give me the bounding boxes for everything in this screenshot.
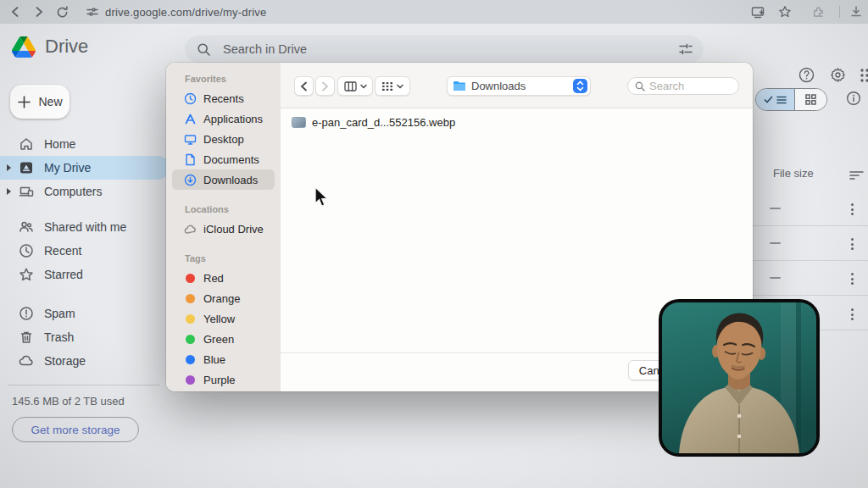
dialog-tag-blue[interactable]: Blue bbox=[172, 349, 275, 369]
trash-icon bbox=[19, 330, 34, 345]
sidebar-item-label: Shared with me bbox=[44, 220, 126, 234]
locations-section-label: Locations bbox=[166, 203, 281, 215]
row-menu-icon[interactable] bbox=[851, 238, 854, 250]
dialog-item-label: iCloud Drive bbox=[203, 223, 264, 236]
dialog-item-desktop[interactable]: Desktop bbox=[172, 129, 275, 149]
dialog-item-documents[interactable]: Documents bbox=[172, 149, 275, 169]
get-more-storage-button[interactable]: Get more storage bbox=[12, 417, 139, 442]
sidebar-item-label: Storage bbox=[44, 354, 86, 368]
dialog-tag-purple[interactable]: Purple bbox=[172, 369, 275, 390]
desktop-icon bbox=[183, 132, 197, 146]
dialog-tag-green[interactable]: Green bbox=[172, 329, 275, 349]
sidebar-item-starred[interactable]: Starred bbox=[0, 263, 170, 286]
row-divider bbox=[753, 225, 868, 226]
file-size-value bbox=[770, 277, 781, 279]
dialog-item-downloads[interactable]: Downloads bbox=[172, 169, 275, 190]
row-menu-icon[interactable] bbox=[851, 203, 854, 215]
webcam-video-overlay bbox=[659, 299, 820, 457]
sidebar-item-label: Computers bbox=[44, 185, 102, 198]
dialog-item-icloud-drive[interactable]: iCloud Drive bbox=[172, 219, 275, 239]
dialog-search-field[interactable] bbox=[627, 77, 739, 95]
drive-sidebar: New Home My Drive Compute bbox=[0, 75, 170, 488]
sidebar-item-label: My Drive bbox=[44, 161, 91, 175]
location-dropdown[interactable]: Downloads bbox=[447, 76, 591, 96]
extensions-icon[interactable] bbox=[812, 6, 825, 19]
tags-section-label: Tags bbox=[166, 252, 281, 264]
sidebar-item-spam[interactable]: Spam bbox=[0, 302, 170, 325]
dialog-forward-button[interactable] bbox=[315, 76, 335, 96]
dialog-item-applications[interactable]: Applications bbox=[172, 108, 275, 129]
downloads-icon[interactable] bbox=[849, 5, 863, 19]
settings-gear-icon[interactable] bbox=[830, 67, 846, 86]
save-to-device-icon[interactable] bbox=[751, 6, 766, 19]
dialog-item-recents[interactable]: Recents bbox=[172, 88, 275, 108]
storage-usage-text: 145.6 MB of 2 TB used bbox=[12, 395, 170, 408]
get-more-storage-label: Get more storage bbox=[31, 424, 120, 436]
dialog-search-input[interactable] bbox=[649, 80, 726, 92]
nav-group-main: Home My Drive Computers bbox=[0, 132, 170, 203]
group-view-button[interactable] bbox=[375, 76, 410, 96]
sort-icon[interactable] bbox=[849, 169, 864, 184]
chevron-right-icon bbox=[321, 81, 329, 92]
dialog-back-button[interactable] bbox=[294, 76, 314, 96]
sidebar-item-label: Trash bbox=[44, 330, 74, 344]
file-list-item[interactable]: e-pan_card_d...552156.webp bbox=[292, 116, 455, 129]
list-view-button[interactable] bbox=[756, 89, 794, 110]
dialog-sidebar: Favorites Recents Applications Desktop bbox=[166, 63, 281, 391]
downloads-circle-icon bbox=[183, 173, 197, 186]
sidebar-item-label: Recent bbox=[44, 244, 81, 258]
sidebar-item-computers[interactable]: Computers bbox=[0, 180, 170, 203]
location-dropdown-value: Downloads bbox=[471, 80, 526, 92]
dialog-tag-red[interactable]: Red bbox=[172, 268, 275, 288]
plus-icon bbox=[17, 95, 31, 109]
bookmark-star-icon[interactable] bbox=[778, 5, 792, 19]
dialog-tag-yellow[interactable]: Yellow bbox=[172, 308, 275, 329]
new-button[interactable]: New bbox=[10, 85, 70, 119]
nav-group-shared: Shared with me Recent Starred bbox=[0, 215, 170, 286]
row-divider bbox=[753, 295, 868, 296]
browser-reload-icon[interactable] bbox=[56, 6, 69, 19]
sidebar-item-home[interactable]: Home bbox=[0, 132, 170, 156]
sidebar-item-my-drive[interactable]: My Drive bbox=[0, 156, 170, 180]
file-size-value bbox=[770, 242, 781, 244]
applications-icon bbox=[183, 112, 197, 125]
drive-search-placeholder: Search in Drive bbox=[223, 42, 307, 56]
tag-label: Red bbox=[203, 272, 224, 285]
tag-dot-orange bbox=[186, 294, 195, 303]
drive-search-bar[interactable]: Search in Drive bbox=[185, 36, 704, 63]
help-icon[interactable] bbox=[798, 67, 815, 86]
browser-forward-icon[interactable] bbox=[32, 5, 46, 19]
new-button-label: New bbox=[38, 95, 62, 108]
browser-toolbar: drive.google.com/drive/my-drive bbox=[0, 0, 868, 24]
row-menu-icon[interactable] bbox=[851, 273, 854, 285]
address-bar-url[interactable]: drive.google.com/drive/my-drive bbox=[105, 6, 266, 19]
sidebar-item-storage[interactable]: Storage bbox=[0, 349, 170, 373]
columns-view-button[interactable] bbox=[337, 76, 373, 96]
screen: drive.google.com/drive/my-drive Drive bbox=[0, 0, 868, 488]
computers-icon bbox=[19, 184, 34, 199]
documents-icon bbox=[183, 152, 197, 166]
site-settings-icon[interactable] bbox=[86, 6, 98, 18]
sidebar-item-shared-with-me[interactable]: Shared with me bbox=[0, 215, 170, 239]
tag-label: Purple bbox=[203, 374, 236, 386]
details-info-icon[interactable] bbox=[846, 91, 861, 109]
sidebar-item-label: Home bbox=[44, 137, 75, 151]
expand-caret-icon[interactable] bbox=[7, 188, 11, 195]
google-apps-grid-icon[interactable] bbox=[860, 68, 868, 86]
nav-group-system: Spam Trash Storage bbox=[0, 302, 170, 373]
drive-logo: Drive bbox=[12, 36, 88, 58]
tag-dot-red bbox=[186, 274, 195, 283]
expand-caret-icon[interactable] bbox=[7, 164, 11, 171]
tag-dot-yellow bbox=[186, 314, 195, 324]
browser-back-icon[interactable] bbox=[8, 5, 22, 19]
search-options-icon[interactable] bbox=[678, 42, 693, 60]
dialog-tag-orange[interactable]: Orange bbox=[172, 288, 275, 308]
sidebar-item-trash[interactable]: Trash bbox=[0, 325, 170, 349]
grid-view-button[interactable] bbox=[794, 89, 826, 110]
recent-clock-icon bbox=[19, 243, 34, 258]
row-menu-icon[interactable] bbox=[851, 308, 854, 320]
file-size-column-header[interactable]: File size bbox=[773, 167, 814, 180]
dialog-tag-gray[interactable]: Gray bbox=[172, 390, 275, 391]
sidebar-item-recent[interactable]: Recent bbox=[0, 239, 170, 263]
folder-icon bbox=[453, 80, 466, 92]
